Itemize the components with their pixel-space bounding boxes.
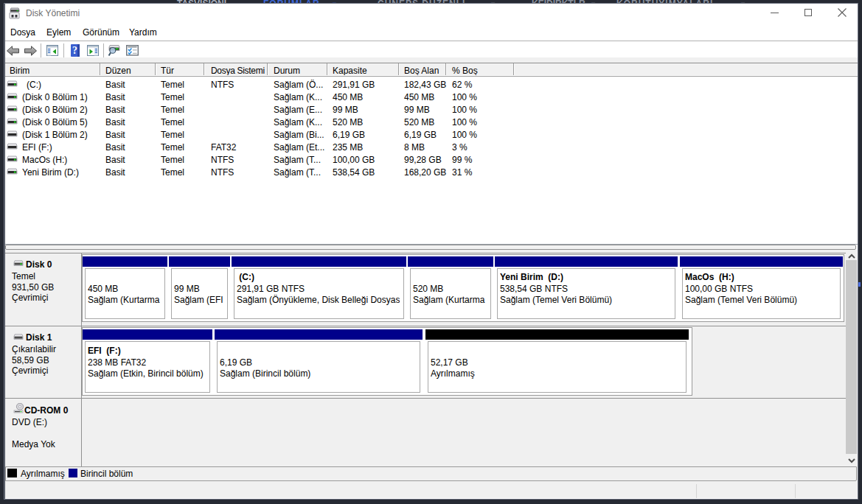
- svg-text:?: ?: [72, 45, 77, 56]
